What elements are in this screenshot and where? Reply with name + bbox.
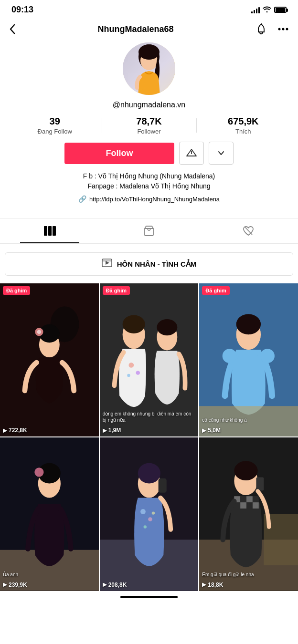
following-count: 39 bbox=[12, 116, 97, 127]
playlist-play-icon bbox=[102, 259, 112, 270]
status-time: 09:13 bbox=[11, 5, 33, 15]
stat-followers: 78,7K Follower bbox=[102, 116, 196, 135]
svg-rect-62 bbox=[246, 503, 253, 509]
battery-icon bbox=[274, 7, 287, 13]
video-grid: Đã ghim ▶ 722,8K bbox=[0, 283, 298, 591]
svg-point-26 bbox=[128, 363, 134, 368]
svg-rect-64 bbox=[256, 478, 264, 491]
svg-point-27 bbox=[136, 371, 140, 375]
header: NhungMadalena68 bbox=[0, 18, 298, 42]
svg-rect-50 bbox=[158, 478, 166, 493]
video-figure-4 bbox=[0, 437, 99, 591]
video-caption-4: Ủa anh bbox=[3, 571, 96, 578]
view-count-4: ▶ 239,9K bbox=[3, 582, 27, 588]
avatar bbox=[123, 42, 175, 95]
video-thumb-3[interactable]: Đã ghim cô cũng như không á ▶ 5,0M bbox=[199, 283, 298, 436]
svg-point-1 bbox=[278, 28, 281, 31]
svg-point-7 bbox=[138, 44, 160, 60]
message-button[interactable] bbox=[179, 142, 204, 165]
svg-point-30 bbox=[157, 319, 177, 335]
svg-rect-11 bbox=[48, 226, 52, 236]
svg-point-3 bbox=[286, 28, 288, 31]
stat-likes: 675,9K Thích bbox=[196, 116, 290, 135]
bio-section: F b : Võ Thị Hồng Nhung (Nhung Madalena)… bbox=[8, 171, 290, 191]
tab-videos[interactable] bbox=[0, 218, 99, 243]
svg-point-25 bbox=[122, 315, 145, 333]
video-figure-3 bbox=[199, 283, 298, 436]
video-thumb-4[interactable]: Ủa anh ▶ 239,9K bbox=[0, 437, 99, 591]
video-thumb-1[interactable]: Đã ghim ▶ 722,8K bbox=[0, 283, 99, 436]
view-count-3: ▶ 5,0M bbox=[202, 427, 221, 434]
profile-username: @nhungmadalena.vn bbox=[113, 101, 185, 109]
more-options-button[interactable] bbox=[276, 26, 290, 32]
svg-point-49 bbox=[151, 512, 154, 515]
tab-shop[interactable] bbox=[99, 218, 199, 243]
svg-rect-10 bbox=[44, 226, 47, 236]
stat-following: 39 Đang Follow bbox=[8, 116, 102, 135]
follow-button[interactable]: Follow bbox=[64, 143, 174, 164]
svg-point-47 bbox=[148, 518, 152, 522]
profile-section: @nhungmadalena.vn 39 Đang Follow 78,7K F… bbox=[0, 42, 298, 218]
followers-label: Follower bbox=[106, 128, 191, 135]
view-count-1: ▶ 722,8K bbox=[3, 427, 27, 434]
video-thumb-6[interactable]: Em gửi qua đi gửi le nha ▶ 18,8K bbox=[199, 437, 298, 591]
svg-point-55 bbox=[234, 461, 258, 481]
playlist-section: HÔN NHÂN - TÌNH CẢM bbox=[0, 244, 298, 283]
tabs-row bbox=[0, 218, 298, 244]
home-indicator bbox=[120, 596, 178, 598]
video-figure-1 bbox=[0, 283, 99, 436]
svg-point-45 bbox=[138, 463, 160, 484]
header-actions bbox=[254, 21, 290, 37]
video-figure-5 bbox=[100, 437, 199, 591]
pinned-badge-2: Đã ghim bbox=[103, 286, 130, 295]
dropdown-button[interactable] bbox=[209, 142, 234, 165]
back-button[interactable] bbox=[8, 22, 17, 36]
playlist-banner[interactable]: HÔN NHÂN - TÌNH CẢM bbox=[5, 252, 293, 276]
view-count-6: ▶ 18,8K bbox=[202, 582, 223, 588]
svg-point-34 bbox=[223, 349, 237, 363]
bottom-bar bbox=[0, 591, 298, 608]
svg-rect-63 bbox=[253, 503, 259, 509]
link-row[interactable]: 🔗 http://ldp.to/VoThiHongNhung_NhungMada… bbox=[78, 195, 220, 203]
svg-point-35 bbox=[260, 349, 275, 363]
video-caption-6: Em gửi qua đi gửi le nha bbox=[202, 571, 295, 578]
link-icon: 🔗 bbox=[78, 195, 86, 203]
bio-text: F b : Võ Thị Hồng Nhung (Nhung Madalena)… bbox=[12, 171, 286, 191]
tab-liked[interactable] bbox=[199, 218, 298, 243]
link-text[interactable]: http://ldp.to/VoThiHongNhung_NhungMadale… bbox=[89, 196, 220, 203]
status-bar: 09:13 bbox=[0, 0, 298, 18]
following-label: Đang Follow bbox=[12, 128, 97, 135]
svg-point-33 bbox=[236, 314, 261, 334]
view-count-2: ▶ 1,9M bbox=[103, 427, 121, 434]
svg-point-2 bbox=[282, 28, 285, 31]
pinned-badge-3: Đã ghim bbox=[202, 286, 229, 295]
wifi-icon bbox=[263, 6, 271, 14]
pinned-badge-1: Đã ghim bbox=[3, 286, 30, 295]
notification-button[interactable] bbox=[254, 21, 268, 37]
profile-username-header: NhungMadalena68 bbox=[97, 24, 173, 34]
video-caption-3: cô cũng như không á bbox=[202, 417, 295, 423]
svg-point-41 bbox=[34, 468, 43, 477]
svg-rect-60 bbox=[246, 497, 253, 503]
svg-rect-12 bbox=[53, 226, 56, 236]
video-figure-6 bbox=[199, 437, 298, 591]
svg-rect-57 bbox=[241, 497, 247, 503]
video-caption-2: đừng em không nhưng bị điên mà em còn bị… bbox=[103, 411, 196, 423]
video-thumb-5[interactable]: ▶ 208,8K bbox=[100, 437, 199, 591]
video-thumb-2[interactable]: Đã ghim đừng em không nhưng bị điên mà e… bbox=[100, 283, 199, 436]
signal-icon bbox=[251, 7, 260, 13]
svg-point-28 bbox=[127, 374, 130, 377]
stats-row: 39 Đang Follow 78,7K Follower 675,9K Thí… bbox=[8, 116, 290, 135]
status-icons bbox=[251, 6, 287, 14]
svg-rect-61 bbox=[253, 497, 259, 503]
svg-point-22 bbox=[37, 330, 42, 334]
likes-count: 675,9K bbox=[201, 116, 286, 127]
svg-rect-59 bbox=[241, 503, 247, 509]
likes-label: Thích bbox=[201, 128, 286, 135]
playlist-title: HÔN NHÂN - TÌNH CẢM bbox=[117, 260, 197, 269]
view-count-5: ▶ 208,8K bbox=[103, 582, 127, 588]
action-row: Follow bbox=[8, 142, 290, 165]
svg-point-48 bbox=[143, 526, 146, 529]
svg-point-46 bbox=[140, 509, 146, 515]
svg-marker-15 bbox=[106, 261, 109, 265]
